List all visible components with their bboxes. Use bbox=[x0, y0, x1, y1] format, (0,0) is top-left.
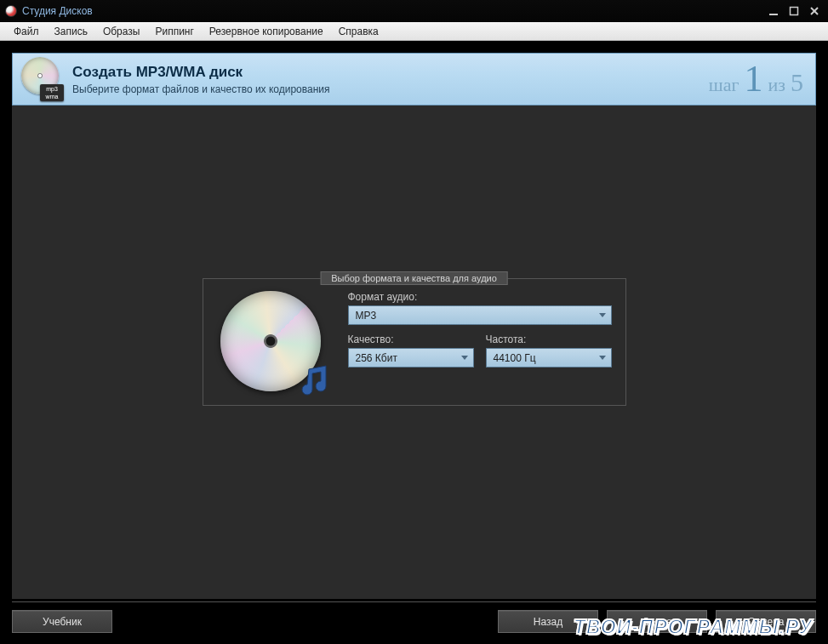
quality-value: 256 Кбит bbox=[356, 352, 397, 364]
step-word-step: шаг bbox=[709, 74, 739, 96]
titlebar: Студия Дисков bbox=[0, 0, 828, 22]
step-title: Создать MP3/WMA диск bbox=[72, 64, 709, 81]
frequency-select[interactable]: 44100 Гц bbox=[486, 348, 612, 368]
quality-select[interactable]: 256 Кбит bbox=[348, 348, 474, 368]
step-word-of: из bbox=[768, 74, 785, 96]
menu-record[interactable]: Запись bbox=[48, 24, 94, 39]
format-value: MP3 bbox=[356, 310, 377, 322]
frequency-label: Частота: bbox=[486, 333, 612, 345]
step-total: 5 bbox=[791, 68, 803, 97]
menu-images[interactable]: Образы bbox=[96, 24, 147, 39]
step-current: 1 bbox=[745, 60, 763, 98]
menu-backup[interactable]: Резервное копирование bbox=[203, 24, 330, 39]
next-button[interactable]: Далее bbox=[607, 610, 707, 633]
minimize-button[interactable] bbox=[767, 4, 780, 18]
disc-tag-label: mp3 wma bbox=[40, 84, 64, 101]
content-area: Выбор формата и качества для аудио Форма… bbox=[12, 105, 816, 599]
menu-ripping[interactable]: Риппинг bbox=[148, 24, 200, 39]
back-button[interactable]: Назад bbox=[498, 610, 598, 633]
maximize-button[interactable] bbox=[787, 4, 801, 18]
wizard-footer: Учебник Назад Далее Отмена bbox=[12, 601, 816, 632]
format-label: Формат аудио: bbox=[348, 291, 612, 303]
cancel-button[interactable]: Отмена bbox=[716, 610, 816, 633]
menubar: Файл Запись Образы Риппинг Резервное коп… bbox=[0, 22, 828, 41]
step-icon: mp3 wma bbox=[20, 57, 64, 101]
disc-illustration bbox=[215, 291, 334, 395]
groupbox-legend: Выбор формата и качества для аудио bbox=[320, 271, 508, 285]
app-icon bbox=[5, 5, 17, 17]
window-title: Студия Дисков bbox=[22, 5, 93, 17]
step-counter: шаг 1 из 5 bbox=[709, 60, 803, 98]
audio-format-groupbox: Выбор формата и качества для аудио Форма… bbox=[203, 278, 626, 406]
menu-file[interactable]: Файл bbox=[7, 24, 46, 39]
step-subtitle: Выберите формат файлов и качество их код… bbox=[72, 83, 709, 95]
wizard-step-header: mp3 wma Создать MP3/WMA диск Выберите фо… bbox=[12, 53, 816, 105]
tutorial-button[interactable]: Учебник bbox=[12, 610, 112, 633]
close-button[interactable] bbox=[808, 4, 821, 18]
music-note-icon bbox=[297, 364, 331, 398]
chevron-down-icon bbox=[461, 356, 468, 360]
format-select[interactable]: MP3 bbox=[348, 305, 612, 325]
svg-rect-1 bbox=[791, 8, 798, 15]
menu-help[interactable]: Справка bbox=[332, 24, 385, 39]
quality-label: Качество: bbox=[348, 333, 474, 345]
frequency-value: 44100 Гц bbox=[494, 352, 536, 364]
chevron-down-icon bbox=[599, 313, 606, 317]
chevron-down-icon bbox=[599, 356, 606, 360]
